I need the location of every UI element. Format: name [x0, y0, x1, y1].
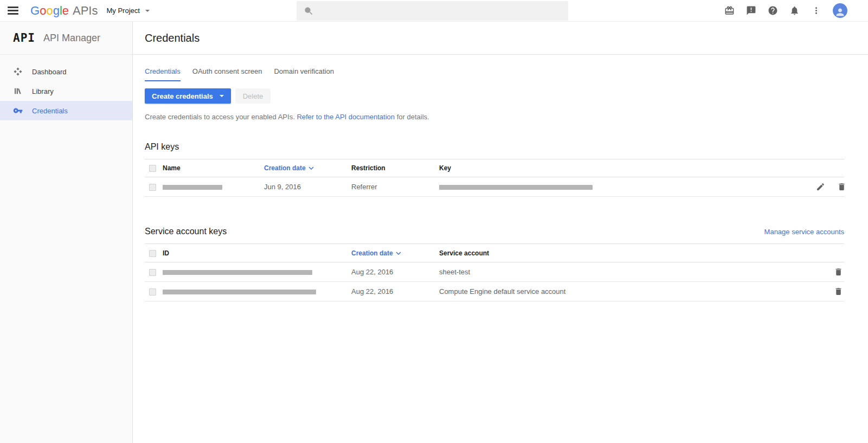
- main-content: Credentials Credentials OAuth consent sc…: [133, 22, 868, 443]
- description-text: for details.: [395, 113, 429, 121]
- dashboard-icon: [13, 67, 23, 76]
- api-key-row: Jun 9, 2016 Referrer: [145, 177, 844, 197]
- service-account-keys-title: Service account keys: [145, 227, 227, 236]
- search-icon: [304, 6, 314, 16]
- column-header-id[interactable]: ID: [163, 244, 351, 262]
- redacted-id-bar: [163, 290, 316, 294]
- row-checkbox[interactable]: [149, 184, 156, 191]
- menu-button[interactable]: [8, 4, 21, 17]
- logo-letter: o: [40, 4, 46, 18]
- tab-credentials[interactable]: Credentials: [145, 67, 181, 81]
- topbar: G o o g l e APIs My Project: [0, 0, 868, 22]
- service-account-keys-section: Service account keys Manage service acco…: [145, 227, 844, 301]
- page-title: Credentials: [145, 32, 200, 44]
- chevron-down-icon: [220, 95, 224, 97]
- service-account-row: Aug 22, 2016 sheet-test: [145, 262, 844, 281]
- redacted-key-bar: [439, 185, 593, 190]
- sort-desc-icon: [396, 252, 401, 255]
- key-icon: [13, 106, 23, 115]
- column-header-name[interactable]: Name: [163, 159, 264, 177]
- project-name: My Project: [106, 7, 139, 15]
- column-header-creation-date[interactable]: Creation date: [264, 159, 351, 177]
- service-account-row: Aug 22, 2016 Compute Engine default serv…: [145, 281, 844, 301]
- tab-oauth-consent-screen[interactable]: OAuth consent screen: [192, 67, 262, 81]
- creation-date-cell: Jun 9, 2016: [264, 177, 351, 197]
- logo-suffix: APIs: [73, 4, 98, 18]
- column-header-service-account[interactable]: Service account: [439, 244, 822, 262]
- api-keys-title: API keys: [145, 142, 844, 152]
- edit-icon[interactable]: [816, 182, 825, 191]
- logo-letter: e: [62, 4, 69, 18]
- select-all-checkbox[interactable]: [149, 165, 156, 172]
- trash-icon[interactable]: [834, 267, 843, 277]
- restriction-cell: Referrer: [351, 177, 439, 197]
- manage-service-accounts-link[interactable]: Manage service accounts: [764, 228, 844, 236]
- sidebar-item-label: Credentials: [32, 107, 68, 115]
- help-icon[interactable]: [768, 5, 778, 16]
- redacted-name-bar: [163, 185, 222, 190]
- gift-icon[interactable]: [724, 5, 735, 16]
- notifications-icon[interactable]: [789, 5, 800, 16]
- sidebar-item-credentials[interactable]: Credentials: [0, 101, 132, 120]
- tab-bar: Credentials OAuth consent screen Domain …: [145, 67, 844, 81]
- service-account-cell: Compute Engine default service account: [439, 281, 822, 301]
- column-header-key[interactable]: Key: [439, 159, 806, 177]
- toolbar: Create credentials Delete: [145, 88, 844, 104]
- sidebar-item-label: Library: [32, 87, 54, 95]
- tab-domain-verification[interactable]: Domain verification: [274, 67, 334, 81]
- search-bar[interactable]: [297, 1, 568, 21]
- api-documentation-link[interactable]: Refer to the API documentation: [297, 113, 395, 121]
- service-account-keys-table: ID Creation date Service account: [145, 243, 844, 301]
- library-icon: [13, 86, 23, 96]
- trash-icon[interactable]: [837, 182, 846, 191]
- sidebar-header: API API Manager: [0, 22, 132, 55]
- sort-desc-icon: [308, 166, 314, 170]
- avatar[interactable]: [833, 3, 847, 18]
- sidebar-item-library[interactable]: Library: [0, 81, 132, 101]
- sidebar-title: API Manager: [43, 33, 100, 44]
- logo-letter: g: [53, 4, 60, 18]
- sidebar-nav: Dashboard Library Credentials: [0, 55, 132, 120]
- person-icon: [834, 7, 846, 18]
- row-checkbox[interactable]: [149, 269, 156, 276]
- service-account-header-row: ID Creation date Service account: [145, 244, 844, 262]
- select-all-checkbox[interactable]: [149, 250, 156, 257]
- logo-letter: o: [46, 4, 53, 18]
- google-apis-logo: G o o g l e APIs: [30, 4, 98, 18]
- service-account-cell: sheet-test: [439, 262, 822, 281]
- api-keys-table: Name Creation date Restriction Key: [145, 159, 844, 197]
- create-credentials-label: Create credentials: [152, 92, 213, 100]
- page-header: Credentials: [133, 22, 868, 55]
- column-header-creation-date[interactable]: Creation date: [351, 244, 439, 262]
- api-keys-section: API keys Name Creation date Restriction …: [145, 142, 844, 197]
- column-header-restriction[interactable]: Restriction: [351, 159, 439, 177]
- menu-icon: [8, 7, 18, 8]
- sidebar: API API Manager Dashboard Library Creden…: [0, 22, 133, 443]
- credentials-description: Create credentials to access your enable…: [145, 113, 844, 121]
- row-checkbox[interactable]: [149, 288, 156, 296]
- api-logo: API: [13, 31, 35, 44]
- sidebar-item-dashboard[interactable]: Dashboard: [0, 62, 132, 81]
- more-vert-icon[interactable]: [811, 5, 821, 16]
- trash-icon[interactable]: [834, 287, 843, 296]
- sidebar-item-label: Dashboard: [32, 68, 67, 76]
- creation-date-cell: Aug 22, 2016: [351, 281, 439, 301]
- feedback-icon[interactable]: [746, 5, 756, 16]
- delete-button[interactable]: Delete: [235, 88, 271, 104]
- create-credentials-button[interactable]: Create credentials: [145, 88, 231, 104]
- topbar-actions: [724, 3, 847, 18]
- redacted-id-bar: [163, 270, 312, 275]
- chevron-down-icon: [145, 10, 150, 12]
- api-keys-header-row: Name Creation date Restriction Key: [145, 159, 844, 177]
- project-selector[interactable]: My Project: [106, 7, 149, 15]
- search-input[interactable]: [320, 7, 561, 15]
- description-text: Create credentials to access your enable…: [145, 113, 297, 121]
- logo-letter: G: [30, 4, 40, 18]
- creation-date-cell: Aug 22, 2016: [351, 262, 439, 281]
